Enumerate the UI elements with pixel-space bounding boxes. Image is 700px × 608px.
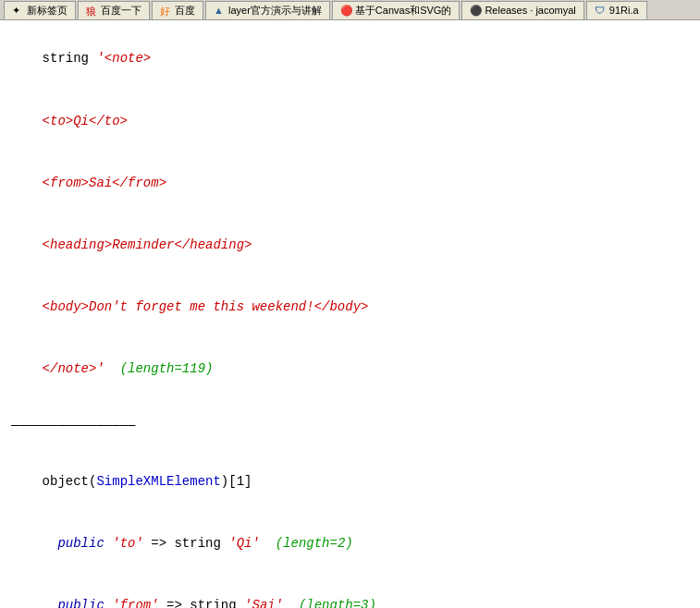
line-to-tag: <to>Qi</to> [11, 90, 689, 152]
tab-layer-icon: ▲ [214, 5, 225, 16]
gap-2 [11, 441, 689, 450]
divider-1: ———————————————— [11, 415, 689, 435]
tab-newtab[interactable]: ✦ 新标签页 [4, 1, 76, 19]
tab-baidu-wolf[interactable]: 狼 百度一下 [78, 1, 150, 19]
tab-91ri-icon: 🛡 [595, 5, 606, 16]
tab-newtab-icon: ✦ [12, 5, 23, 16]
tab-hao[interactable]: 好 百度 [152, 1, 203, 19]
text-public-2: public [43, 598, 113, 608]
text-type-string-1: string [174, 536, 228, 551]
text-val-sai-1: 'Sai' [244, 598, 283, 608]
text-len-3-1: (length=3) [283, 598, 376, 608]
text-from-tag: <from>Sai</from> [43, 176, 166, 190]
line-body-tag: <body>Don't forget me this weekend!</bod… [11, 276, 689, 338]
text-heading-tag: <heading>Reminder</heading> [43, 237, 252, 252]
text-key-from: 'from' [112, 598, 158, 608]
line-obj-from: public 'from' => string 'Sai' (length=3) [11, 575, 689, 608]
text-simplexml: SimpleXMLElement [96, 474, 220, 489]
text-to-tag: <to>Qi</to> [43, 114, 128, 128]
tab-releases[interactable]: ⚫ Releases · jacomyal [461, 1, 583, 19]
text-public-1: public [43, 536, 113, 551]
content-area: string '<note> <to>Qi</to> <from>Sai</fr… [0, 20, 700, 608]
browser-tabs: ✦ 新标签页 狼 百度一下 好 百度 ▲ layer官方演示与讲解 🔴 基于Ca… [0, 0, 700, 20]
tab-91ri[interactable]: 🛡 91Ri.a [586, 1, 647, 19]
text-val-qi-1: 'Qi' [228, 536, 260, 551]
tab-hao-icon: 好 [160, 5, 171, 16]
text-note-open: '<note> [96, 51, 151, 66]
text-body-tag: <body>Don't forget me this weekend!</bod… [43, 299, 369, 314]
tab-github-icon: ⚫ [470, 5, 481, 16]
line-object-header: object(SimpleXMLElement)[1] [11, 450, 689, 512]
text-length-119: (length=119) [104, 361, 214, 376]
text-string-kw: string [43, 51, 97, 66]
tab-canvas[interactable]: 🔴 基于Canvas和SVG的 [332, 1, 461, 19]
line-heading-tag: <heading>Reminder</heading> [11, 214, 689, 276]
text-arrow-1: => [143, 536, 175, 551]
text-key-to: 'to' [112, 536, 143, 551]
tab-wolf-icon: 狼 [86, 5, 97, 16]
text-bracket-1: [1] [228, 474, 252, 489]
text-object-kw: object [43, 474, 89, 489]
text-type-string-2: string [190, 598, 244, 608]
line-note-close: </note>' (length=119) [11, 338, 689, 400]
gap-1 [11, 400, 689, 409]
text-note-close: </note>' [43, 361, 104, 376]
text-paren-close: ) [221, 474, 228, 489]
line-from-tag: <from>Sai</from> [11, 152, 689, 213]
tab-canvas-icon: 🔴 [340, 5, 351, 16]
text-len-2-1: (length=2) [260, 536, 353, 551]
text-arrow-2: => [159, 598, 190, 608]
line-string-note: string '<note> [11, 28, 689, 90]
tab-layer[interactable]: ▲ layer官方演示与讲解 [205, 1, 330, 19]
line-obj-to: public 'to' => string 'Qi' (length=2) [11, 513, 689, 575]
